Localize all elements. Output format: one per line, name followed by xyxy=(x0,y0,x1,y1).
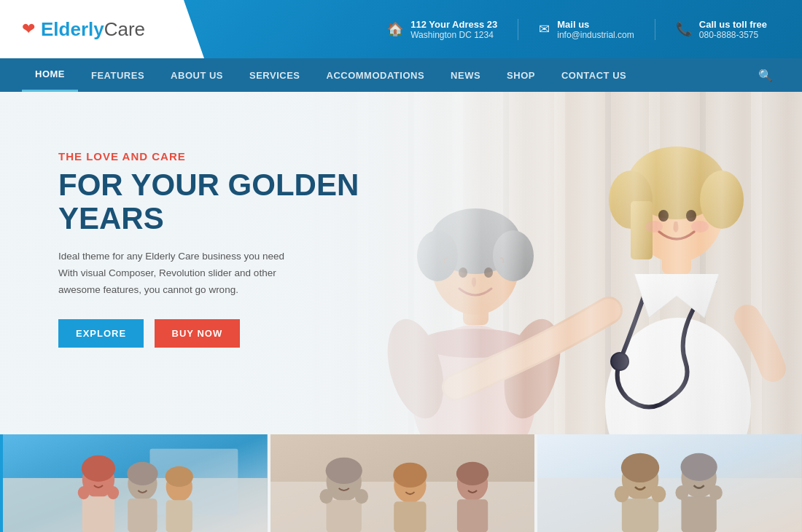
top-bar: ❤ ElderlyCare 🏠 112 Your Adress 23 Washi… xyxy=(0,0,802,58)
mail-label: Mail us xyxy=(557,19,634,30)
svg-point-67 xyxy=(615,486,629,502)
svg-point-44 xyxy=(127,462,157,485)
hero-title: FOR YOUR GOLDEN YEARS xyxy=(58,168,365,235)
hero-buttons: EXPLORE BUY NOW xyxy=(58,319,365,348)
nav-item-services[interactable]: SERVICES xyxy=(236,58,314,92)
svg-point-52 xyxy=(325,458,362,484)
logo-area: ❤ ElderlyCare xyxy=(0,0,204,58)
svg-rect-66 xyxy=(622,498,658,532)
phone-number: 080-8888-3575 xyxy=(699,30,767,40)
svg-point-54 xyxy=(319,489,332,504)
nav-item-home[interactable]: HOME xyxy=(22,58,78,92)
hero-section: THE LOVE AND CARE FOR YOUR GOLDEN YEARS … xyxy=(0,92,802,434)
card-thumbnail-2 xyxy=(270,434,535,532)
card-thumbnail-1 xyxy=(0,434,268,532)
svg-point-55 xyxy=(355,489,368,504)
svg-rect-45 xyxy=(128,498,157,532)
svg-point-60 xyxy=(456,462,488,485)
nav-bar: HOME FEATURES ABOUT US SERVICES ACCOMMOD… xyxy=(0,58,802,92)
card-thumbnail-3 xyxy=(537,434,802,532)
contact-items: 🏠 112 Your Adress 23 Washington DC 1234 … xyxy=(204,0,802,58)
svg-point-65 xyxy=(621,453,659,482)
nav-items: HOME FEATURES ABOUT US SERVICES ACCOMMOD… xyxy=(22,58,639,92)
svg-rect-71 xyxy=(682,496,717,532)
hero-description: Ideal theme for any Elderly Care busines… xyxy=(58,249,292,299)
svg-point-73 xyxy=(709,485,723,500)
svg-point-39 xyxy=(82,455,115,482)
brand-logo: ElderlyCare xyxy=(41,18,145,41)
address-line1: 112 Your Adress 23 xyxy=(410,19,497,30)
svg-rect-48 xyxy=(166,500,192,532)
nav-item-news[interactable]: NEWS xyxy=(437,58,494,92)
bottom-cards xyxy=(0,434,802,532)
phone-label: Call us toll free xyxy=(699,19,767,30)
svg-rect-58 xyxy=(394,501,426,532)
contact-phone: 📞 Call us toll free 080-8888-3575 xyxy=(655,19,787,40)
svg-rect-53 xyxy=(326,500,361,532)
mail-icon: ✉ xyxy=(539,21,550,37)
address-line2: Washington DC 1234 xyxy=(410,30,497,40)
hero-subtitle: THE LOVE AND CARE xyxy=(58,150,365,163)
contact-address: 🏠 112 Your Adress 23 Washington DC 1234 xyxy=(367,19,518,40)
svg-point-41 xyxy=(78,486,90,499)
svg-rect-61 xyxy=(457,499,488,532)
contact-mail: ✉ Mail us info@industrial.com xyxy=(518,19,655,40)
explore-button[interactable]: EXPLORE xyxy=(58,319,144,348)
svg-point-72 xyxy=(676,485,689,500)
mail-address: info@industrial.com xyxy=(557,30,634,40)
nav-item-shop[interactable]: SHOP xyxy=(494,58,548,92)
nav-item-about[interactable]: ABOUT US xyxy=(157,58,236,92)
search-icon[interactable]: 🔍 xyxy=(751,69,780,82)
svg-rect-40 xyxy=(82,496,114,532)
svg-point-68 xyxy=(651,486,666,502)
svg-point-42 xyxy=(107,486,119,499)
address-icon: 🏠 xyxy=(387,21,403,37)
svg-rect-37 xyxy=(149,449,238,515)
nav-item-features[interactable]: FEATURES xyxy=(78,58,157,92)
buynow-button[interactable]: BUY NOW xyxy=(155,319,241,348)
svg-point-57 xyxy=(393,463,427,488)
heart-icon: ❤ xyxy=(22,20,35,39)
svg-point-47 xyxy=(166,466,193,487)
svg-point-70 xyxy=(681,453,717,481)
nav-item-accommodations[interactable]: ACCOMMODATIONS xyxy=(314,58,438,92)
phone-icon: 📞 xyxy=(676,21,692,37)
svg-rect-63 xyxy=(537,478,802,532)
hero-content: THE LOVE AND CARE FOR YOUR GOLDEN YEARS … xyxy=(58,150,365,348)
nav-item-contact[interactable]: CONTACT US xyxy=(548,58,639,92)
